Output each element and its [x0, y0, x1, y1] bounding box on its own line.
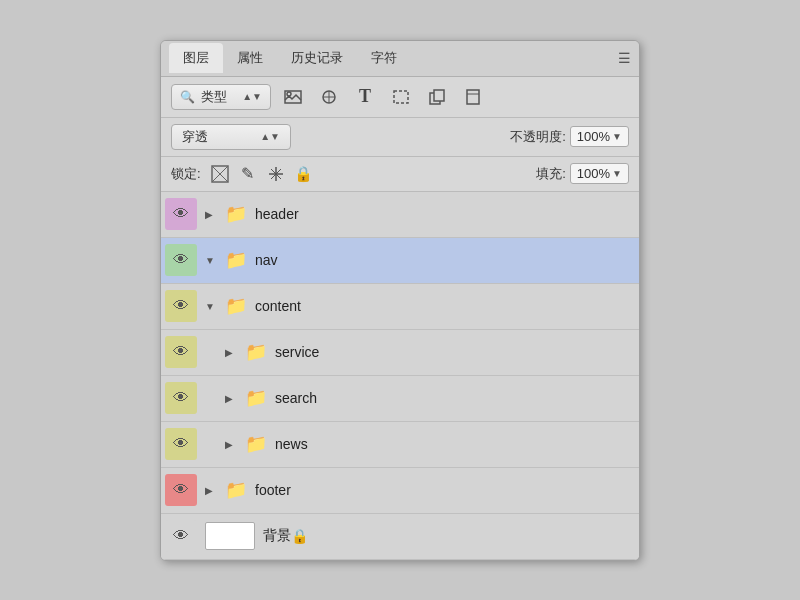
layer-row-search[interactable]: 👁 ▶ 📁 search — [161, 376, 639, 422]
eye-cell-service[interactable]: 👁 — [161, 330, 201, 375]
lock-icons-group: ✎ 🔒 — [209, 163, 315, 185]
layers-list: 👁 ▶ 📁 header 👁 ▼ 📁 nav 👁 ▼ 📁 cont — [161, 192, 639, 560]
copy-tool-button[interactable] — [423, 83, 451, 111]
svg-point-1 — [287, 92, 291, 96]
blend-mode-label: 穿透 — [182, 128, 208, 146]
layer-row-news[interactable]: 👁 ▶ 📁 news — [161, 422, 639, 468]
blend-arrow-icon: ▲▼ — [260, 131, 280, 142]
expand-arrow-search[interactable]: ▶ — [225, 393, 237, 404]
folder-icon-search: 📁 — [245, 387, 267, 409]
fill-label: 填充: — [536, 165, 566, 183]
lock-icon-background: 🔒 — [291, 528, 308, 544]
eye-icon-nav: 👁 — [173, 251, 189, 269]
lock-position-button[interactable] — [265, 163, 287, 185]
fill-arrow-icon: ▼ — [612, 168, 622, 179]
eye-bg-footer: 👁 — [165, 474, 197, 506]
expand-arrow-header[interactable]: ▶ — [205, 209, 217, 220]
layer-row-nav[interactable]: 👁 ▼ 📁 nav — [161, 238, 639, 284]
layer-content-service: ▶ 📁 service — [201, 341, 639, 363]
type-select-label: 类型 — [201, 88, 227, 106]
eye-cell-header[interactable]: 👁 — [161, 192, 201, 237]
eye-icon-news: 👁 — [173, 435, 189, 453]
lock-label: 锁定: — [171, 165, 201, 183]
layer-row-header[interactable]: 👁 ▶ 📁 header — [161, 192, 639, 238]
folder-icon-content: 📁 — [225, 295, 247, 317]
layer-name-background: 背景 — [263, 527, 291, 545]
eye-bg-content: 👁 — [165, 290, 197, 322]
layer-content-news: ▶ 📁 news — [201, 433, 639, 455]
layer-content-search: ▶ 📁 search — [201, 387, 639, 409]
image-tool-button[interactable] — [279, 83, 307, 111]
toolbar-row-3: 锁定: ✎ 🔒 填充: 100% ▼ — [161, 157, 639, 192]
layer-row-background[interactable]: 👁 背景 🔒 — [161, 514, 639, 560]
lock-all-button[interactable]: 🔒 — [293, 163, 315, 185]
opacity-value: 100% — [577, 129, 610, 144]
expand-arrow-service[interactable]: ▶ — [225, 347, 237, 358]
layer-name-service: service — [275, 344, 319, 360]
layers-panel: 图层 属性 历史记录 字符 ☰ 🔍 类型 ▲▼ T 穿透 — [160, 40, 640, 561]
panel-menu-icon[interactable]: ☰ — [618, 50, 631, 66]
eye-icon-search: 👁 — [173, 389, 189, 407]
layer-content-footer: ▶ 📁 footer — [201, 479, 639, 501]
eye-cell-footer[interactable]: 👁 — [161, 468, 201, 513]
opacity-group: 不透明度: 100% ▼ — [510, 126, 629, 147]
folder-icon-footer: 📁 — [225, 479, 247, 501]
svg-rect-7 — [434, 90, 444, 101]
expand-arrow-news[interactable]: ▶ — [225, 439, 237, 450]
fill-input[interactable]: 100% ▼ — [570, 163, 629, 184]
eye-bg-news: 👁 — [165, 428, 197, 460]
folder-icon-service: 📁 — [245, 341, 267, 363]
svg-rect-5 — [394, 91, 408, 103]
tab-layers[interactable]: 图层 — [169, 43, 223, 73]
layer-row-footer[interactable]: 👁 ▶ 📁 footer — [161, 468, 639, 514]
layer-name-content: content — [255, 298, 301, 314]
eye-cell-background[interactable]: 👁 — [161, 514, 201, 559]
eye-icon-content: 👁 — [173, 297, 189, 315]
expand-arrow-content[interactable]: ▼ — [205, 301, 217, 312]
lock-pixels-button[interactable]: ✎ — [237, 163, 259, 185]
fill-value: 100% — [577, 166, 610, 181]
eye-cell-news[interactable]: 👁 — [161, 422, 201, 467]
tab-history[interactable]: 历史记录 — [277, 43, 357, 73]
toolbar-row-1: 🔍 类型 ▲▼ T — [161, 77, 639, 118]
tab-character[interactable]: 字符 — [357, 43, 411, 73]
eye-cell-content[interactable]: 👁 — [161, 284, 201, 329]
rect-tool-button[interactable] — [387, 83, 415, 111]
eye-cell-nav[interactable]: 👁 — [161, 238, 201, 283]
blend-mode-select[interactable]: 穿透 ▲▼ — [171, 124, 291, 150]
layer-name-header: header — [255, 206, 299, 222]
circle-tool-button[interactable] — [315, 83, 343, 111]
layer-name-nav: nav — [255, 252, 278, 268]
opacity-arrow-icon: ▼ — [612, 131, 622, 142]
toolbar-row-2: 穿透 ▲▼ 不透明度: 100% ▼ — [161, 118, 639, 157]
eye-icon-service: 👁 — [173, 343, 189, 361]
search-icon: 🔍 — [180, 90, 195, 104]
tab-bar: 图层 属性 历史记录 字符 ☰ — [161, 41, 639, 77]
folder-icon-header: 📁 — [225, 203, 247, 225]
layer-name-footer: footer — [255, 482, 291, 498]
eye-icon-footer: 👁 — [173, 481, 189, 499]
eye-bg-search: 👁 — [165, 382, 197, 414]
svg-rect-8 — [467, 90, 479, 104]
type-filter-select[interactable]: 🔍 类型 ▲▼ — [171, 84, 271, 110]
eye-icon-background: 👁 — [173, 527, 189, 545]
tab-properties[interactable]: 属性 — [223, 43, 277, 73]
layer-content-header: ▶ 📁 header — [201, 203, 639, 225]
expand-arrow-nav[interactable]: ▼ — [205, 255, 217, 266]
fill-group: 填充: 100% ▼ — [536, 163, 629, 184]
opacity-input[interactable]: 100% ▼ — [570, 126, 629, 147]
layer-row-content[interactable]: 👁 ▼ 📁 content — [161, 284, 639, 330]
layer-row-service[interactable]: 👁 ▶ 📁 service — [161, 330, 639, 376]
folder-icon-nav: 📁 — [225, 249, 247, 271]
eye-bg-header: 👁 — [165, 198, 197, 230]
layer-name-news: news — [275, 436, 308, 452]
panel-tool-button[interactable] — [459, 83, 487, 111]
folder-icon-news: 📁 — [245, 433, 267, 455]
layer-content-nav: ▼ 📁 nav — [201, 249, 639, 271]
eye-cell-search[interactable]: 👁 — [161, 376, 201, 421]
eye-bg-service: 👁 — [165, 336, 197, 368]
lock-transparent-button[interactable] — [209, 163, 231, 185]
text-tool-button[interactable]: T — [351, 83, 379, 111]
expand-arrow-footer[interactable]: ▶ — [205, 485, 217, 496]
eye-bg-nav: 👁 — [165, 244, 197, 276]
